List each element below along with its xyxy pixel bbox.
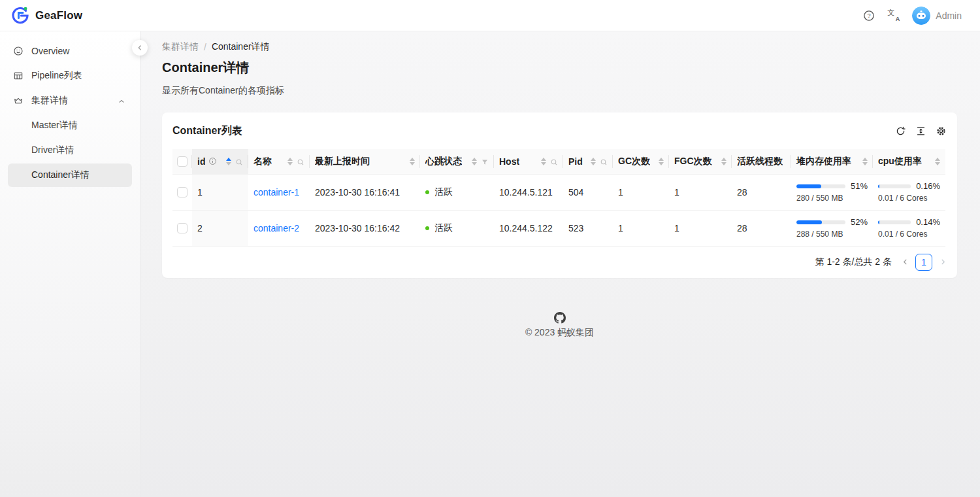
breadcrumb-parent[interactable]: 集群详情 bbox=[162, 41, 199, 53]
sidebar-item-label: 集群详情 bbox=[31, 95, 68, 107]
sort-icon[interactable] bbox=[721, 158, 727, 165]
column-header-fgc[interactable]: FGC次数 bbox=[669, 149, 732, 174]
sort-icon[interactable] bbox=[287, 158, 293, 165]
table-header-row: id bbox=[172, 149, 945, 174]
container-list-card: Container列表 bbox=[162, 112, 957, 278]
cell-fgc: 1 bbox=[669, 210, 732, 246]
brand-name: GeaFlow bbox=[35, 9, 82, 22]
row-checkbox[interactable] bbox=[177, 223, 188, 233]
cell-host: 10.244.5.122 bbox=[494, 210, 563, 246]
cell-pid: 504 bbox=[563, 174, 613, 210]
sidebar-item-driver-detail[interactable]: Driver详情 bbox=[8, 139, 132, 162]
heap-usage-metric: 51% 280 / 550 MB bbox=[796, 181, 868, 203]
cpu-usage-metric: 0.14% 0.01 / 6 Cores bbox=[878, 217, 940, 239]
container-table: id bbox=[172, 149, 947, 247]
pagination-next-icon[interactable] bbox=[939, 258, 947, 266]
table-icon bbox=[13, 71, 24, 81]
cell-pid: 523 bbox=[563, 210, 613, 246]
sidebar: Overview Pipeline列表 集群详情 bbox=[0, 31, 140, 497]
column-header-heartbeat[interactable]: 心跳状态 bbox=[420, 149, 494, 174]
cpu-progress-bar bbox=[878, 220, 911, 224]
heap-usage-metric: 52% 288 / 550 MB bbox=[796, 217, 868, 239]
sort-icon[interactable] bbox=[862, 158, 868, 165]
app-root: GeaFlow ? 文 A bbox=[0, 0, 980, 497]
page-title: Container详情 bbox=[162, 59, 957, 77]
top-bar: GeaFlow ? 文 A bbox=[0, 0, 980, 31]
user-name: Admin bbox=[936, 10, 962, 21]
search-icon[interactable] bbox=[550, 158, 558, 165]
sidebar-item-label: Pipeline列表 bbox=[31, 70, 82, 82]
sidebar-item-label: Driver详情 bbox=[31, 145, 74, 156]
copyright-text: © 2023 蚂蚁集团 bbox=[525, 327, 594, 339]
breadcrumb: 集群详情 / Container详情 bbox=[162, 41, 957, 53]
density-icon[interactable] bbox=[915, 126, 926, 137]
sidebar-collapse-button[interactable] bbox=[132, 40, 148, 56]
help-icon[interactable]: ? bbox=[862, 9, 875, 22]
column-header-host[interactable]: Host bbox=[494, 149, 563, 174]
geaflow-logo-icon bbox=[10, 6, 30, 26]
avatar bbox=[912, 7, 930, 25]
column-header-heap[interactable]: 堆内存使用率 bbox=[791, 149, 873, 174]
github-icon[interactable] bbox=[554, 312, 566, 324]
cell-gc: 1 bbox=[613, 174, 669, 210]
svg-text:?: ? bbox=[868, 12, 871, 19]
pagination-summary: 第 1-2 条/总共 2 条 bbox=[815, 256, 892, 268]
sort-icon[interactable] bbox=[472, 158, 477, 165]
sort-icon[interactable] bbox=[410, 158, 415, 165]
cpu-usage-metric: 0.16% 0.01 / 6 Cores bbox=[878, 181, 940, 203]
cell-threads: 28 bbox=[732, 210, 791, 246]
column-header-name[interactable]: 名称 bbox=[248, 149, 310, 174]
card-header: Container列表 bbox=[162, 112, 957, 149]
column-header-report-time[interactable]: 最新上报时间 bbox=[310, 149, 420, 174]
select-all-header bbox=[172, 149, 192, 174]
column-header-threads[interactable]: 活跃线程数 bbox=[732, 149, 791, 174]
column-header-pid[interactable]: Pid bbox=[563, 149, 613, 174]
sidebar-item-master-detail[interactable]: Master详情 bbox=[8, 114, 132, 137]
search-icon[interactable] bbox=[235, 158, 243, 165]
search-icon[interactable] bbox=[600, 158, 608, 165]
sidebar-item-cluster-detail[interactable]: 集群详情 bbox=[8, 89, 132, 112]
cell-id: 1 bbox=[192, 174, 248, 210]
status-dot-icon bbox=[425, 226, 429, 230]
column-header-id[interactable]: id bbox=[192, 149, 248, 174]
breadcrumb-separator: / bbox=[204, 42, 206, 52]
sort-icon[interactable] bbox=[226, 158, 231, 165]
select-all-checkbox[interactable] bbox=[177, 156, 188, 167]
page-description: 显示所有Container的各项指标 bbox=[162, 85, 957, 97]
table-row: 2 container-2 2023-10-30 16:16:42 活跃 10 bbox=[172, 210, 945, 246]
brand-logo-link[interactable]: GeaFlow bbox=[10, 6, 82, 26]
sort-icon[interactable] bbox=[935, 158, 940, 165]
pagination: 第 1-2 条/总共 2 条 1 bbox=[172, 247, 947, 278]
column-header-gc[interactable]: GC次数 bbox=[613, 149, 669, 174]
user-menu[interactable]: Admin bbox=[912, 7, 962, 25]
sidebar-item-label: Master详情 bbox=[31, 120, 78, 131]
translation-icon[interactable]: 文 A bbox=[887, 9, 900, 22]
cell-fgc: 1 bbox=[669, 174, 732, 210]
container-link[interactable]: container-1 bbox=[253, 187, 299, 197]
settings-gear-icon[interactable] bbox=[936, 126, 947, 137]
sidebar-item-pipeline-list[interactable]: Pipeline列表 bbox=[8, 64, 132, 88]
top-bar-right: ? 文 A bbox=[862, 7, 962, 25]
heap-progress-bar bbox=[796, 220, 845, 224]
sidebar-item-label: Container详情 bbox=[31, 169, 90, 181]
filter-funnel-icon[interactable] bbox=[481, 158, 489, 165]
column-header-cpu[interactable]: cpu使用率 bbox=[873, 149, 945, 174]
sidebar-item-overview[interactable]: Overview bbox=[8, 39, 132, 63]
refresh-icon[interactable] bbox=[895, 126, 906, 137]
table-row: 1 container-1 2023-10-30 16:16:41 活跃 10 bbox=[172, 174, 945, 210]
cell-report-time: 2023-10-30 16:16:41 bbox=[310, 174, 420, 210]
row-checkbox[interactable] bbox=[177, 187, 188, 197]
search-icon[interactable] bbox=[297, 158, 304, 165]
cell-report-time: 2023-10-30 16:16:42 bbox=[310, 210, 420, 246]
sidebar-item-container-detail[interactable]: Container详情 bbox=[8, 163, 132, 187]
smile-icon bbox=[13, 46, 24, 56]
pagination-prev-icon[interactable] bbox=[901, 258, 909, 266]
container-link[interactable]: container-2 bbox=[253, 223, 299, 233]
sort-icon[interactable] bbox=[659, 158, 664, 165]
pagination-page-1[interactable]: 1 bbox=[915, 254, 932, 271]
sort-icon[interactable] bbox=[541, 158, 546, 165]
sort-icon[interactable] bbox=[591, 158, 596, 165]
heap-progress-bar bbox=[796, 184, 845, 188]
status-badge: 活跃 bbox=[425, 186, 489, 198]
breadcrumb-current: Container详情 bbox=[212, 41, 270, 53]
